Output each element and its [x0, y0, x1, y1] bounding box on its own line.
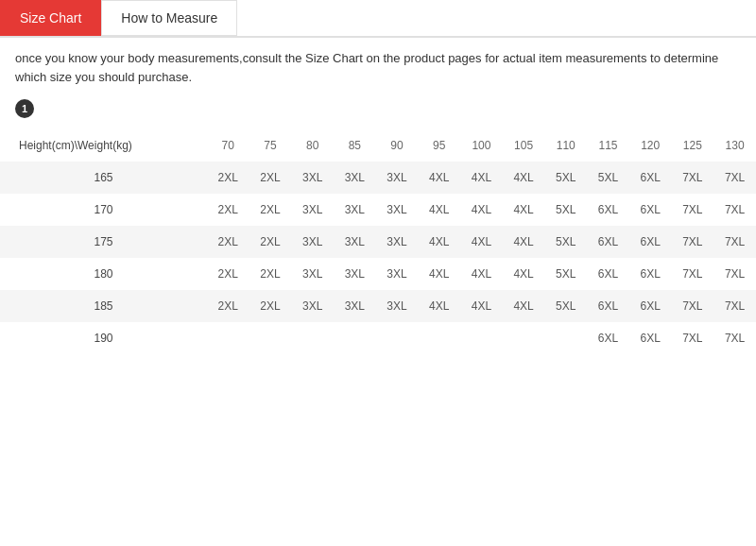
size-cell: 6XL [629, 258, 672, 290]
size-cell: 6XL [629, 162, 672, 194]
table-row: 1752XL2XL3XL3XL3XL4XL4XL4XL5XL6XL6XL7XL7… [0, 226, 756, 258]
size-cell: 2XL [207, 226, 249, 258]
size-cell: 4XL [460, 194, 503, 226]
size-cell: 7XL [713, 162, 756, 194]
size-cell: 3XL [376, 162, 419, 194]
size-cell [334, 322, 376, 354]
size-cell: 4XL [418, 226, 460, 258]
size-cell: 5XL [544, 194, 587, 226]
size-cell [418, 322, 460, 354]
size-cell: 4XL [503, 290, 545, 322]
table-row: 1702XL2XL3XL3XL3XL4XL4XL4XL5XL6XL6XL7XL7… [0, 194, 756, 226]
size-cell: 3XL [291, 194, 334, 226]
header-col: 110 [544, 129, 587, 162]
tab-how-to-measure[interactable]: How to Measure [101, 0, 237, 36]
size-cell: 2XL [249, 258, 292, 290]
size-cell: 6XL [587, 290, 629, 322]
size-cell: 4XL [418, 290, 460, 322]
tab-bar: Size Chart How to Measure [0, 0, 756, 38]
size-cell: 4XL [503, 194, 545, 226]
size-cell: 7XL [713, 258, 756, 290]
size-cell: 5XL [544, 162, 587, 194]
size-cell: 3XL [376, 226, 419, 258]
size-cell: 6XL [587, 194, 629, 226]
header-row-label: Height(cm)\Weight(kg) [0, 129, 207, 162]
size-cell: 3XL [376, 258, 419, 290]
size-cell: 3XL [376, 194, 419, 226]
size-cell: 4XL [460, 162, 503, 194]
header-col: 125 [672, 129, 714, 162]
size-cell: 7XL [713, 194, 756, 226]
size-cell: 3XL [291, 290, 334, 322]
size-cell: 3XL [291, 226, 334, 258]
table-row: 1906XL6XL7XL7XL [0, 322, 756, 354]
size-cell: 4XL [418, 162, 460, 194]
size-cell: 7XL [672, 194, 714, 226]
size-cell: 5XL [544, 290, 587, 322]
size-cell: 4XL [418, 258, 460, 290]
size-cell: 5XL [544, 226, 587, 258]
size-cell [503, 322, 545, 354]
size-cell: 3XL [334, 194, 376, 226]
size-cell: 4XL [503, 258, 545, 290]
size-cell: 6XL [629, 226, 672, 258]
size-cell [544, 322, 587, 354]
header-col: 95 [418, 129, 460, 162]
table-row: 1852XL2XL3XL3XL3XL4XL4XL4XL5XL6XL6XL7XL7… [0, 290, 756, 322]
size-cell: 6XL [587, 226, 629, 258]
size-cell: 2XL [249, 226, 292, 258]
size-cell: 3XL [334, 162, 376, 194]
size-cell: 2XL [249, 194, 292, 226]
size-cell: 7XL [672, 290, 714, 322]
size-chart-table: Height(cm)\Weight(kg) 707580859095100105… [0, 129, 756, 354]
size-cell: 3XL [376, 290, 419, 322]
description-text: once you know your body measurements,con… [0, 38, 756, 92]
header-col: 85 [334, 129, 376, 162]
size-cell [460, 322, 503, 354]
size-cell: 7XL [672, 162, 714, 194]
step-indicator: 1 [15, 99, 34, 118]
size-cell: 3XL [334, 258, 376, 290]
size-cell: 3XL [334, 290, 376, 322]
header-col: 90 [376, 129, 419, 162]
size-cell: 5XL [544, 258, 587, 290]
size-cell: 6XL [629, 290, 672, 322]
size-cell: 4XL [418, 194, 460, 226]
header-col: 105 [503, 129, 545, 162]
row-height-label: 185 [0, 290, 207, 322]
size-cell: 7XL [713, 322, 756, 354]
size-cell: 7XL [713, 226, 756, 258]
header-col: 120 [629, 129, 672, 162]
header-col: 130 [713, 129, 756, 162]
size-cell [249, 322, 292, 354]
size-cell: 6XL [587, 322, 629, 354]
row-height-label: 170 [0, 194, 207, 226]
size-cell: 4XL [460, 226, 503, 258]
size-cell: 3XL [291, 258, 334, 290]
header-col: 80 [291, 129, 334, 162]
size-cell: 6XL [587, 258, 629, 290]
tabs-container: Size Chart How to Measure [0, 0, 756, 38]
header-col: 75 [249, 129, 292, 162]
tab-size-chart[interactable]: Size Chart [0, 0, 101, 36]
size-cell: 6XL [629, 194, 672, 226]
table-header-row: Height(cm)\Weight(kg) 707580859095100105… [0, 129, 756, 162]
row-height-label: 175 [0, 226, 207, 258]
size-cell: 5XL [587, 162, 629, 194]
size-cell: 3XL [334, 226, 376, 258]
size-cell: 4XL [460, 258, 503, 290]
size-cell: 4XL [503, 162, 545, 194]
size-cell: 2XL [207, 162, 249, 194]
size-cell: 2XL [207, 194, 249, 226]
size-cell: 2XL [207, 258, 249, 290]
size-cell: 2XL [249, 162, 292, 194]
size-cell [376, 322, 419, 354]
size-cell: 4XL [460, 290, 503, 322]
size-cell [207, 322, 249, 354]
table-row: 1802XL2XL3XL3XL3XL4XL4XL4XL5XL6XL6XL7XL7… [0, 258, 756, 290]
size-cell: 2XL [249, 290, 292, 322]
size-cell: 7XL [672, 258, 714, 290]
header-col: 70 [207, 129, 249, 162]
size-cell: 7XL [672, 226, 714, 258]
size-cell: 7XL [672, 322, 714, 354]
